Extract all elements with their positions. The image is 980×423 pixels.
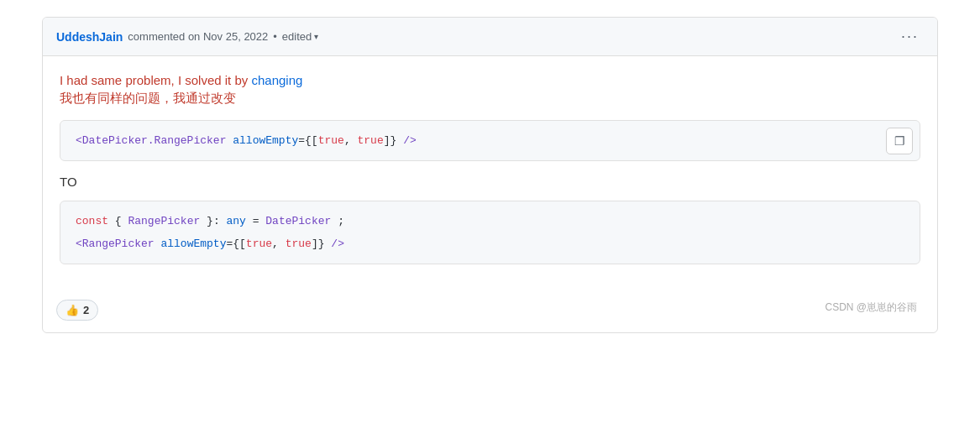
comment-header-left: UddeshJain commented on Nov 25, 2022 • e… [56,30,318,44]
edited-label: edited [282,30,312,43]
code-text-1: <DatePicker.RangePicker allowEmpty={[tru… [76,134,417,147]
changing-link[interactable]: changing [251,73,302,87]
code-block-1: <DatePicker.RangePicker allowEmpty={[tru… [60,120,920,161]
edited-badge[interactable]: edited ▾ [282,30,318,43]
comment-text-cn: 我也有同样的问题，我通过改变 [60,91,920,107]
username[interactable]: UddeshJain [56,30,123,44]
comment-card: UddeshJain commented on Nov 25, 2022 • e… [42,17,938,333]
copy-button-1[interactable]: ❐ [886,128,913,154]
code-block-2: const { RangePicker }: any = DatePicker … [60,201,920,264]
code-line-2: <RangePicker allowEmpty={[true, true]} /… [76,238,904,250]
watermark: CSDN @崽崽的谷雨 [825,300,924,320]
reaction-count: 2 [83,304,89,316]
copy-icon-1: ❐ [894,134,905,148]
comment-text-main: I had same problem, I solved it by chang… [60,73,920,87]
bullet: • [273,30,277,43]
thumbs-up-reaction[interactable]: 👍 2 [56,300,98,321]
more-options-button[interactable]: ··· [896,26,924,47]
chevron-down-icon: ▾ [314,32,318,41]
reactions-bar: 👍 2 CSDN @崽崽的谷雨 [43,291,937,332]
to-label: TO [60,175,920,189]
comment-header: UddeshJain commented on Nov 25, 2022 • e… [43,18,937,56]
code-line-1: const { RangePicker }: any = DatePicker … [76,215,904,227]
comment-body: I had same problem, I solved it by chang… [43,56,937,291]
comment-meta: commented on Nov 25, 2022 [128,30,268,43]
thumbs-up-icon: 👍 [66,304,79,316]
